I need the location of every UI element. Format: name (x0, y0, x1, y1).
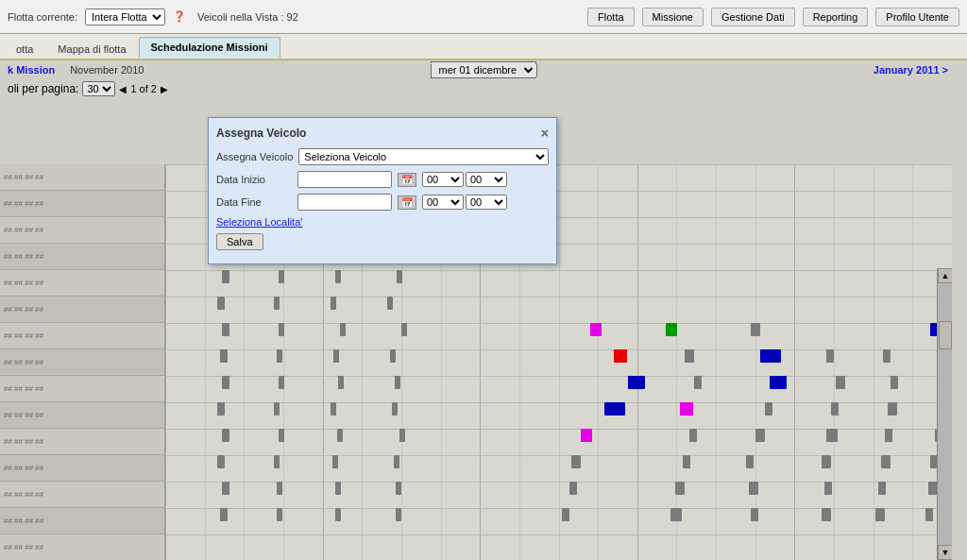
modal-hour-inizio-select[interactable]: 00 (422, 172, 464, 187)
modal-localita-row: Seleziona Localita' (216, 216, 549, 228)
modal-vehicle-select[interactable]: Seleziona Veicolo (298, 148, 549, 165)
modal-data-fine-label: Data Fine (216, 196, 292, 208)
modal-dialog: Assegna Veicolo × Assegna Veicolo Selezi… (208, 117, 557, 264)
fleet-select[interactable]: Intera Flotta (85, 8, 165, 25)
modal-time-inizio-group: 00 00 (422, 172, 507, 187)
nav-profilo-utente[interactable]: Profilo Utente (875, 8, 959, 26)
modal-save-row: Salva (216, 233, 549, 250)
modal-hour-fine-select[interactable]: 00 (422, 195, 464, 210)
modal-overlay[interactable]: Assegna Veicolo × Assegna Veicolo Selezi… (0, 60, 967, 560)
main-content: k Mission November 2010 mer 01 dicembre … (0, 60, 967, 560)
modal-save-btn[interactable]: Salva (216, 233, 263, 250)
modal-localita-link[interactable]: Seleziona Localita' (216, 216, 302, 228)
modal-calendar-fine-icon[interactable]: 📅 (398, 195, 416, 210)
vehicles-info: Veicoli nella Vista : 92 (197, 11, 298, 23)
nav-flotta[interactable]: Flotta (587, 8, 635, 26)
modal-data-inizio-row: Data Inizio 📅 00 00 (216, 171, 549, 188)
tab-mappa[interactable]: Mappa di flotta (45, 39, 138, 59)
tab-flotta[interactable]: otta (4, 39, 45, 59)
modal-min-fine-select[interactable]: 00 (466, 195, 507, 210)
nav-gestione-dati[interactable]: Gestione Dati (711, 8, 795, 26)
nav-reporting[interactable]: Reporting (803, 8, 869, 26)
vehicles-help-icon[interactable]: ❓ (173, 10, 186, 23)
modal-title: Assegna Veicolo (216, 127, 306, 140)
tab-bar: otta Mappa di flotta Schedulazione Missi… (0, 34, 967, 60)
modal-vehicle-row: Assegna Veicolo Seleziona Veicolo (216, 148, 549, 165)
modal-title-row: Assegna Veicolo × (216, 126, 549, 141)
modal-close-btn[interactable]: × (541, 126, 549, 141)
modal-data-inizio-input[interactable] (297, 171, 392, 188)
fleet-label: Flotta corrente: (8, 11, 77, 23)
modal-min-inizio-select[interactable]: 00 (466, 172, 507, 187)
modal-calendar-inizio-icon[interactable]: 📅 (398, 173, 416, 187)
top-bar: Flotta corrente: Intera Flotta ❓ Veicoli… (0, 0, 967, 34)
modal-data-fine-row: Data Fine 📅 00 00 (216, 194, 549, 211)
modal-data-fine-input[interactable] (297, 194, 392, 211)
tab-schedulazione[interactable]: Schedulazione Missioni (139, 37, 280, 59)
modal-time-fine-group: 00 00 (422, 195, 507, 210)
nav-missione[interactable]: Missione (642, 8, 704, 26)
modal-data-inizio-label: Data Inizio (216, 174, 292, 185)
modal-vehicle-label: Assegna Veicolo (216, 151, 293, 162)
